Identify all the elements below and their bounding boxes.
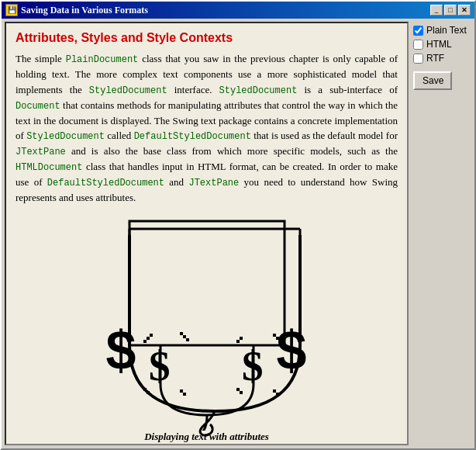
- svg-rect-3: [143, 340, 147, 343]
- right-dollar: $: [242, 342, 264, 389]
- svg-rect-5: [150, 334, 153, 337]
- window-body: Attributes, Styles and Style Contexts Th…: [2, 19, 474, 448]
- code-ref-default2: DefaultStyledDocument: [47, 178, 164, 189]
- html-checkbox-item[interactable]: HTML: [413, 39, 470, 50]
- minimize-button[interactable]: _: [430, 5, 443, 16]
- code-ref-styled1: StyledDocument: [89, 85, 167, 96]
- svg-rect-6: [180, 332, 183, 335]
- svg-rect-17: [236, 388, 240, 391]
- code-ref-plain: PlainDocument: [66, 54, 139, 65]
- rtf-checkbox[interactable]: [413, 54, 423, 64]
- code-ref-styled2: StyledDocument: [219, 85, 298, 96]
- article-body: The simple PlainDocument class that you …: [16, 51, 398, 206]
- code-ref-jtextpane2: JTextPane: [188, 178, 239, 189]
- main-content-area[interactable]: Attributes, Styles and Style Contexts Th…: [5, 22, 409, 445]
- main-window: 💾 Saving Data in Various Formats _ □ ✕ A…: [0, 0, 476, 450]
- rtf-checkbox-item[interactable]: RTF: [413, 53, 470, 64]
- sidebar: Plain Text HTML RTF Save: [409, 19, 474, 448]
- figure-container: $ $: [83, 213, 331, 443]
- code-ref-default: DefaultStyledDocument: [134, 131, 251, 142]
- code-ref-html: HTMLDocument: [16, 162, 82, 173]
- article-title: Attributes, Styles and Style Contexts: [16, 31, 398, 45]
- code-ref-styled3: StyledDocument: [26, 131, 105, 142]
- close-button[interactable]: ✕: [458, 5, 471, 16]
- maximize-button[interactable]: □: [444, 5, 457, 16]
- left-dollar: $: [149, 342, 171, 389]
- svg-rect-19: [273, 389, 276, 393]
- svg-rect-4: [147, 337, 150, 340]
- code-ref-doc: Document: [16, 101, 60, 112]
- svg-rect-13: [236, 340, 240, 343]
- svg-rect-7: [183, 335, 186, 338]
- rtf-label: RTF: [426, 53, 444, 64]
- plain-text-label: Plain Text: [426, 25, 467, 36]
- dollar-right: $: [275, 324, 308, 385]
- plain-text-checkbox-item[interactable]: Plain Text: [413, 25, 470, 36]
- svg-rect-18: [240, 391, 243, 394]
- svg-rect-12: [183, 393, 186, 396]
- title-bar-left: 💾 Saving Data in Various Formats: [5, 4, 148, 16]
- svg-rect-14: [240, 337, 243, 340]
- save-button[interactable]: Save: [413, 71, 452, 90]
- window-icon: 💾: [5, 4, 18, 16]
- figure-caption: Displaying text with attributes: [83, 431, 331, 443]
- svg-rect-11: [180, 389, 183, 393]
- html-label: HTML: [426, 39, 452, 50]
- plain-text-checkbox[interactable]: [413, 26, 423, 36]
- code-ref-jtextpane1: JTextPane: [16, 147, 66, 158]
- main-diagram: $ $: [83, 213, 347, 438]
- title-bar-buttons: _ □ ✕: [430, 5, 471, 16]
- title-bar: 💾 Saving Data in Various Formats _ □ ✕: [2, 2, 474, 19]
- dollar-left: $: [105, 324, 137, 385]
- window-title: Saving Data in Various Formats: [21, 5, 148, 16]
- svg-rect-8: [186, 338, 189, 341]
- html-checkbox[interactable]: [413, 40, 423, 50]
